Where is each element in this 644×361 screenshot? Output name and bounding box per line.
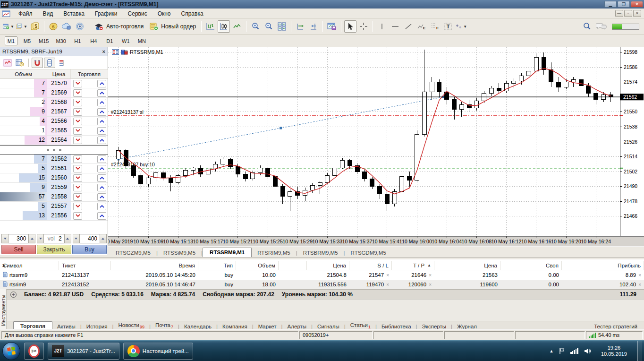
dom-buy-button[interactable] <box>97 212 106 220</box>
dom-sell-button[interactable] <box>73 165 82 172</box>
timeframe-button-w1[interactable]: W1 <box>119 36 132 45</box>
dom-buy-button[interactable] <box>97 165 106 172</box>
mdi-close-button[interactable]: × <box>633 10 641 17</box>
quotes-button[interactable]: 5 <box>47 20 59 33</box>
start-button[interactable] <box>2 342 20 360</box>
menu-item[interactable]: Файл <box>13 9 38 18</box>
dom-sell-button[interactable] <box>73 99 82 106</box>
equidistant-channel-button[interactable]: E <box>415 20 428 33</box>
close-button[interactable]: ✕ <box>631 1 643 8</box>
column-price[interactable]: Цена <box>47 69 71 78</box>
chart-tab-rtsrim9m5[interactable]: RTSRIM9,M5 <box>252 249 296 258</box>
chart-tab-rtsgdm9m5[interactable]: RTSGDM9,M5 <box>345 249 392 258</box>
maximize-button[interactable]: ❐ <box>618 1 630 8</box>
ladder-button[interactable] <box>56 58 68 68</box>
volume-stepper[interactable]: vol2 <box>37 234 71 243</box>
dom-sell-button[interactable] <box>73 137 82 144</box>
stepper-up-icon[interactable] <box>100 234 107 243</box>
column-header[interactable]: Тип <box>198 261 236 270</box>
signal-button[interactable] <box>74 20 86 33</box>
timeframe-button-m5[interactable]: M5 <box>21 36 34 45</box>
vertical-line-button[interactable] <box>376 20 388 33</box>
dom-buy-button[interactable] <box>97 89 106 97</box>
depth-row[interactable]: 1521560 <box>0 173 108 183</box>
depth-row[interactable]: 721562 <box>0 155 108 164</box>
buy-button[interactable]: Buy <box>72 245 107 254</box>
depth-panel-header[interactable]: RTSSRM9, SBRF-Jun19 × <box>0 47 108 56</box>
depth-row[interactable]: 721569 <box>0 88 108 98</box>
arrows-button[interactable]: ▼ <box>455 20 467 33</box>
text-label-button[interactable]: T <box>442 20 454 33</box>
snipping-tool-button[interactable]: ✂ <box>24 343 44 360</box>
column-header[interactable]: Символ <box>0 261 59 270</box>
show-desktop-button[interactable] <box>637 341 642 361</box>
fibonacci-button[interactable]: F <box>429 20 441 33</box>
column-header[interactable]: Цена <box>307 261 349 270</box>
stepper-down-icon[interactable] <box>1 234 8 243</box>
dom-sell-button[interactable] <box>73 155 82 163</box>
sell-button[interactable]: Sell <box>1 245 36 254</box>
mdi-restore-button[interactable]: ▫ <box>624 10 632 17</box>
timeframe-button-m30[interactable]: M30 <box>54 36 68 45</box>
column-header[interactable]: Время <box>111 261 198 270</box>
tray-expand-icon[interactable]: ▲ <box>550 349 554 353</box>
taskbar-app-j2t[interactable]: J2T 3021267 - Just2Tr... <box>48 343 119 360</box>
column-header[interactable]: Цена <box>434 261 500 270</box>
column-header[interactable] <box>279 261 307 270</box>
dom-sell-button[interactable] <box>73 212 82 220</box>
new-order-button[interactable]: Новый ордер <box>146 21 199 32</box>
buy-qty-stepper[interactable]: 400 <box>73 234 107 243</box>
magnet-button[interactable] <box>32 58 43 68</box>
volume-value[interactable]: 2 <box>59 235 62 242</box>
menu-item[interactable]: Вид <box>38 9 59 18</box>
dom-buy-button[interactable] <box>97 203 106 210</box>
cancel-icon[interactable]: × <box>386 273 389 278</box>
column-header[interactable]: Своп <box>500 261 562 270</box>
dom-sell-button[interactable] <box>73 203 82 210</box>
zoom-in-button[interactable] <box>249 20 262 33</box>
taskbar-app-chrome[interactable]: Настоящий трей... <box>123 343 193 360</box>
timeframe-button-h4[interactable]: H4 <box>87 36 100 45</box>
new-chart-button[interactable]: ▼ <box>2 20 15 33</box>
timeframe-button-h1[interactable]: H1 <box>71 36 84 45</box>
dom-buy-button[interactable] <box>97 174 106 182</box>
horizontal-line-button[interactable] <box>389 20 401 33</box>
stepper-down-icon[interactable] <box>73 234 80 243</box>
dom-buy-button[interactable] <box>97 155 106 163</box>
depth-row[interactable]: 5721558 <box>0 192 108 202</box>
candlestick-chart[interactable]: #212413137 sl#212413137 buy 102159821586… <box>108 47 644 246</box>
line-chart-button[interactable] <box>231 20 243 33</box>
dom-buy-button[interactable] <box>97 118 106 125</box>
bar-chart-button[interactable] <box>204 20 217 33</box>
cancel-icon[interactable]: × <box>429 273 432 278</box>
close-position-button[interactable]: Закрыть <box>37 245 71 254</box>
sell-qty-stepper[interactable]: 300 <box>1 234 35 243</box>
depth-view-button[interactable] <box>44 58 55 68</box>
profiles-button[interactable]: ▼ <box>16 20 28 33</box>
depth-row[interactable]: 521561 <box>0 164 108 173</box>
depth-row[interactable]: 721570 <box>0 79 108 88</box>
chart-tab-rtssrm9m1[interactable]: RTSSRM9,M1 <box>203 248 252 258</box>
depth-of-market-icon[interactable] <box>121 49 128 55</box>
templates-button[interactable] <box>326 20 338 33</box>
dom-buy-button[interactable] <box>97 193 106 201</box>
dom-buy-button[interactable] <box>97 99 106 106</box>
tile-windows-button[interactable] <box>276 20 288 33</box>
stepper-up-icon[interactable] <box>64 234 71 243</box>
depth-row[interactable]: 521557 <box>0 202 108 211</box>
dom-sell-button[interactable] <box>73 174 82 182</box>
dom-buy-button[interactable] <box>97 184 106 191</box>
timeframe-button-m15[interactable]: M15 <box>37 36 51 45</box>
tick-chart-button[interactable] <box>2 58 13 68</box>
timeframe-button-m1[interactable]: M1 <box>5 36 17 45</box>
candlestick-chart-button[interactable] <box>218 20 230 33</box>
column-header[interactable]: Объем <box>236 261 279 270</box>
dom-sell-button[interactable] <box>73 193 82 201</box>
autotrading-button[interactable]: Авто-торговля <box>92 21 146 32</box>
cancel-icon[interactable]: × <box>638 282 641 287</box>
speaker-icon[interactable] <box>584 348 591 354</box>
column-volume[interactable]: Объем <box>0 69 47 78</box>
dom-sell-button[interactable] <box>73 80 82 87</box>
mdi-minimize-button[interactable]: — <box>615 10 623 17</box>
chart-tab-rtsgzm9m5[interactable]: RTSGZM9,M5 <box>110 249 156 258</box>
